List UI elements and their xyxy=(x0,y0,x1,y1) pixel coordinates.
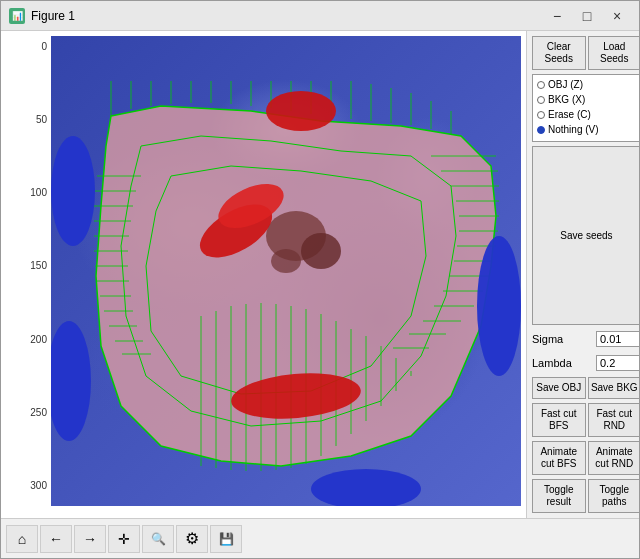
nothing-radio-label: Nothing (V) xyxy=(548,123,599,137)
plot-canvas[interactable] xyxy=(51,36,521,506)
lambda-row: Lambda xyxy=(532,353,639,373)
plot-area: 0 50 100 150 200 250 300 xyxy=(1,31,526,518)
titlebar-controls: − □ × xyxy=(543,5,631,27)
fast-cut-controls: Fast cut BFS Fast cut RND xyxy=(532,403,639,437)
toolbar: ⌂ ← → ✛ 🔍 ⚙ 💾 xyxy=(1,518,639,558)
save-figure-icon: 💾 xyxy=(219,532,234,546)
svg-point-68 xyxy=(51,321,91,441)
main-window: 📊 Figure 1 − □ × 0 50 100 150 200 250 xyxy=(0,0,640,559)
obj-radio-item[interactable]: OBJ (Z) xyxy=(537,78,636,92)
y-tick-200: 200 xyxy=(30,334,47,345)
load-seeds-button[interactable]: Load Seeds xyxy=(588,36,640,70)
sigma-label: Sigma xyxy=(532,333,563,345)
window-title: Figure 1 xyxy=(31,9,543,23)
plot-wrapper: 0 50 100 150 200 250 300 xyxy=(6,36,521,518)
configure-icon: ⚙ xyxy=(185,529,199,548)
forward-icon: → xyxy=(83,531,97,547)
nothing-radio-item[interactable]: Nothing (V) xyxy=(537,123,636,137)
zoom-button[interactable]: 🔍 xyxy=(142,525,174,553)
axis-container: 0 50 100 150 200 250 300 xyxy=(6,36,521,516)
toggle-paths-button[interactable]: Toggle paths xyxy=(588,479,640,513)
animate-cut-controls: Animate cut BFS Animate cut RND xyxy=(532,441,639,475)
erase-radio-item[interactable]: Erase (C) xyxy=(537,108,636,122)
zoom-icon: 🔍 xyxy=(151,532,166,546)
svg-point-69 xyxy=(477,236,521,376)
save-seeds-button[interactable]: Save seeds xyxy=(532,146,639,325)
x-axis: 0 50 100 150 200 250 300 xyxy=(51,516,521,518)
pan-button[interactable]: ✛ xyxy=(108,525,140,553)
save-controls: Save OBJ Save BKG xyxy=(532,377,639,399)
save-bkg-button[interactable]: Save BKG xyxy=(588,377,640,399)
main-content: 0 50 100 150 200 250 300 xyxy=(1,31,639,518)
fast-cut-bfs-button[interactable]: Fast cut BFS xyxy=(532,403,586,437)
plot-svg xyxy=(51,36,521,506)
erase-radio-dot xyxy=(537,111,545,119)
fast-cut-rnd-button[interactable]: Fast cut RND xyxy=(588,403,640,437)
sidebar: Clear Seeds Load Seeds OBJ (Z) BKG (X) E… xyxy=(526,31,639,518)
y-axis: 0 50 100 150 200 250 300 xyxy=(6,36,51,516)
sigma-input[interactable] xyxy=(596,331,639,347)
home-icon: ⌂ xyxy=(18,531,26,547)
close-button[interactable]: × xyxy=(603,5,631,27)
bkg-radio-dot xyxy=(537,96,545,104)
y-tick-0: 0 xyxy=(41,41,47,52)
seed-controls: Clear Seeds Load Seeds xyxy=(532,36,639,70)
save-obj-button[interactable]: Save OBJ xyxy=(532,377,586,399)
obj-radio-label: OBJ (Z) xyxy=(548,78,583,92)
window-icon: 📊 xyxy=(9,8,25,24)
toggle-result-button[interactable]: Toggle result xyxy=(532,479,586,513)
svg-point-67 xyxy=(51,136,95,246)
svg-point-70 xyxy=(311,469,421,506)
animate-cut-bfs-button[interactable]: Animate cut BFS xyxy=(532,441,586,475)
lambda-label: Lambda xyxy=(532,357,572,369)
bkg-radio-label: BKG (X) xyxy=(548,93,585,107)
minimize-button[interactable]: − xyxy=(543,5,571,27)
home-button[interactable]: ⌂ xyxy=(6,525,38,553)
pan-icon: ✛ xyxy=(118,531,130,547)
configure-button[interactable]: ⚙ xyxy=(176,525,208,553)
svg-point-63 xyxy=(266,91,336,131)
y-tick-50: 50 xyxy=(36,114,47,125)
save-figure-button[interactable]: 💾 xyxy=(210,525,242,553)
svg-point-62 xyxy=(271,249,301,273)
y-tick-300: 300 xyxy=(30,480,47,491)
back-icon: ← xyxy=(49,531,63,547)
sigma-row: Sigma xyxy=(532,329,639,349)
draw-mode-group: OBJ (Z) BKG (X) Erase (C) Nothing (V) xyxy=(532,74,639,142)
clear-seeds-button[interactable]: Clear Seeds xyxy=(532,36,586,70)
titlebar: 📊 Figure 1 − □ × xyxy=(1,1,639,31)
obj-radio-dot xyxy=(537,81,545,89)
nothing-radio-dot xyxy=(537,126,545,134)
maximize-button[interactable]: □ xyxy=(573,5,601,27)
forward-button[interactable]: → xyxy=(74,525,106,553)
y-tick-150: 150 xyxy=(30,260,47,271)
toggle-controls: Toggle result Toggle paths xyxy=(532,479,639,513)
y-tick-250: 250 xyxy=(30,407,47,418)
animate-cut-rnd-button[interactable]: Animate cut RND xyxy=(588,441,640,475)
bkg-radio-item[interactable]: BKG (X) xyxy=(537,93,636,107)
back-button[interactable]: ← xyxy=(40,525,72,553)
erase-radio-label: Erase (C) xyxy=(548,108,591,122)
y-tick-100: 100 xyxy=(30,187,47,198)
svg-point-61 xyxy=(301,233,341,269)
lambda-input[interactable] xyxy=(596,355,639,371)
